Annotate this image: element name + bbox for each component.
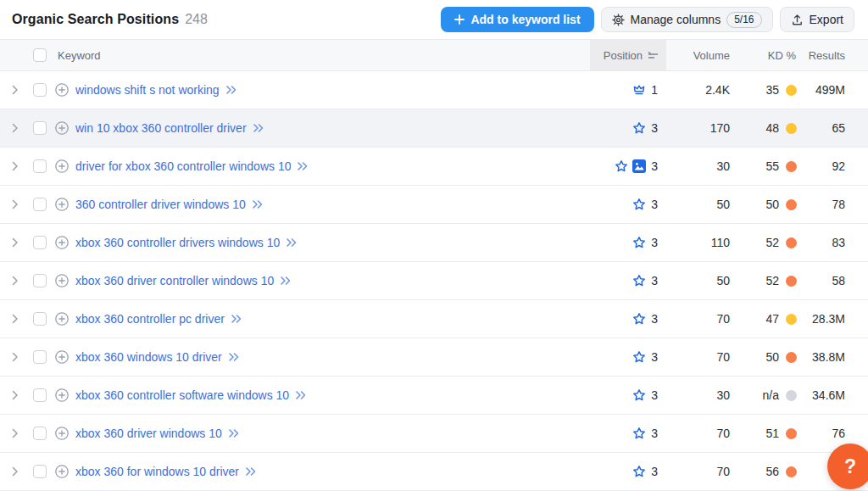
table-row[interactable]: win 10 xbox 360 controller driver 3 170 … [0,109,868,148]
table-row[interactable]: xbox 360 driver windows 10 3 70 51 76 [0,415,868,453]
double-chevron-icon[interactable] [245,466,257,477]
image-icon [632,159,646,173]
expand-row-button[interactable] [5,466,25,477]
keyword-link[interactable]: xbox 360 controller software windows 10 [75,388,289,402]
kd-dot [786,199,797,210]
row-checkbox[interactable] [33,465,47,478]
position-cell: 3 [590,159,666,173]
topbar: Organic Search Positions 248 Add to keyw… [0,0,868,39]
position-value: 1 [651,83,658,97]
table-row[interactable]: xbox 360 controller software windows 10 … [0,377,868,415]
plus-circle-icon[interactable] [54,311,70,326]
keyword-link[interactable]: driver for xbox 360 controller windows 1… [75,159,291,173]
row-checkbox[interactable] [33,83,47,97]
table-row[interactable]: xbox 360 windows 10 driver 3 70 50 38.8M [0,338,868,377]
manage-columns-button[interactable]: Manage columns 5/16 [601,7,773,32]
kd-cell: 50 [736,350,797,364]
expand-row-button[interactable] [5,352,25,362]
keyword-cell: xbox 360 driver windows 10 [54,426,590,441]
kd-cell: 50 [736,198,797,211]
column-header-position[interactable]: Position [590,40,666,70]
keyword-link[interactable]: 360 controller driver windows 10 [75,198,246,211]
help-button[interactable]: ? [827,444,868,489]
position-cell: 3 [590,312,666,326]
row-checkbox[interactable] [33,388,47,402]
row-checkbox[interactable] [33,274,47,287]
toolbar: Add to keyword list Manage columns 5/16 … [441,7,854,32]
expand-row-button[interactable] [5,428,25,438]
export-button[interactable]: Export [780,7,854,32]
plus-circle-icon[interactable] [54,464,70,479]
row-checkbox[interactable] [33,121,47,135]
keyword-link[interactable]: windows shift s not working [75,83,220,97]
chevron-right-icon [12,428,19,438]
expand-row-button[interactable] [5,237,25,248]
keyword-link[interactable]: xbox 360 driver windows 10 [75,427,222,440]
row-checkbox[interactable] [33,427,47,440]
plus-circle-icon[interactable] [54,349,70,365]
double-chevron-icon[interactable] [252,199,264,209]
double-chevron-icon[interactable] [231,314,242,324]
table-row[interactable]: xbox 360 controller drivers windows 10 3… [0,224,868,262]
double-chevron-icon[interactable] [225,85,237,95]
double-chevron-icon[interactable] [228,428,240,438]
double-chevron-icon[interactable] [253,123,264,133]
keyword-link[interactable]: xbox 360 driver controller windows 10 [75,274,274,287]
keyword-link[interactable]: xbox 360 windows 10 driver [75,350,222,364]
kd-cell: 52 [736,274,797,287]
column-header-results[interactable]: Results [797,49,868,62]
position-header-label: Position [604,49,643,62]
row-checkbox[interactable] [33,350,47,364]
select-all-checkbox[interactable] [33,48,47,62]
table-row[interactable]: driver for xbox 360 controller windows 1… [0,148,868,186]
row-checkbox-cell [25,83,54,97]
expand-row-button[interactable] [5,85,25,95]
row-checkbox[interactable] [33,312,47,326]
table-row[interactable]: 360 controller driver windows 10 3 50 50… [0,186,868,224]
row-checkbox-cell [25,121,54,135]
expand-row-button[interactable] [5,123,25,133]
double-chevron-icon[interactable] [295,390,307,400]
plus-circle-icon[interactable] [54,273,70,288]
plus-circle-icon[interactable] [54,388,70,403]
keyword-link[interactable]: xbox 360 for windows 10 driver [75,465,239,478]
double-chevron-icon[interactable] [228,352,240,362]
expand-row-button[interactable] [5,276,25,286]
row-checkbox-cell [25,312,54,326]
double-chevron-icon[interactable] [297,161,309,171]
double-chevron-icon[interactable] [286,237,298,248]
column-header-kd[interactable]: KD % [736,49,797,62]
table-row[interactable]: xbox 360 driver controller windows 10 3 … [0,262,868,300]
table-row[interactable]: windows shift s not working 1 2.4K 35 49… [0,71,868,109]
keyword-cell: xbox 360 controller software windows 10 [54,388,590,403]
keyword-link[interactable]: xbox 360 controller pc driver [75,312,225,326]
expand-row-button[interactable] [5,390,25,400]
row-checkbox[interactable] [33,236,47,249]
row-checkbox[interactable] [33,198,47,211]
header-checkbox-cell [25,48,54,62]
table-row[interactable]: xbox 360 for windows 10 driver 3 70 56 [0,453,868,491]
plus-circle-icon[interactable] [54,82,70,98]
expand-row-button[interactable] [5,314,25,324]
double-chevron-icon[interactable] [280,276,292,286]
position-icons [632,198,646,211]
question-mark-icon: ? [844,455,856,478]
kd-dot [786,466,797,477]
plus-circle-icon[interactable] [54,197,70,212]
keyword-link[interactable]: xbox 360 controller drivers windows 10 [75,236,280,249]
expand-row-button[interactable] [5,199,25,209]
plus-circle-icon[interactable] [54,235,70,250]
expand-row-button[interactable] [5,161,25,171]
add-to-keyword-list-button[interactable]: Add to keyword list [441,7,593,32]
position-cell: 1 [590,83,666,97]
plus-circle-icon[interactable] [54,159,70,174]
plus-circle-icon[interactable] [54,120,70,136]
plus-circle-icon[interactable] [54,426,70,441]
row-checkbox[interactable] [33,159,47,173]
column-header-keyword[interactable]: Keyword [54,49,590,62]
position-value: 3 [651,236,658,249]
column-header-volume[interactable]: Volume [666,49,736,62]
position-cell: 3 [590,388,666,402]
table-row[interactable]: xbox 360 controller pc driver 3 70 47 28… [0,300,868,338]
keyword-link[interactable]: win 10 xbox 360 controller driver [75,121,247,135]
